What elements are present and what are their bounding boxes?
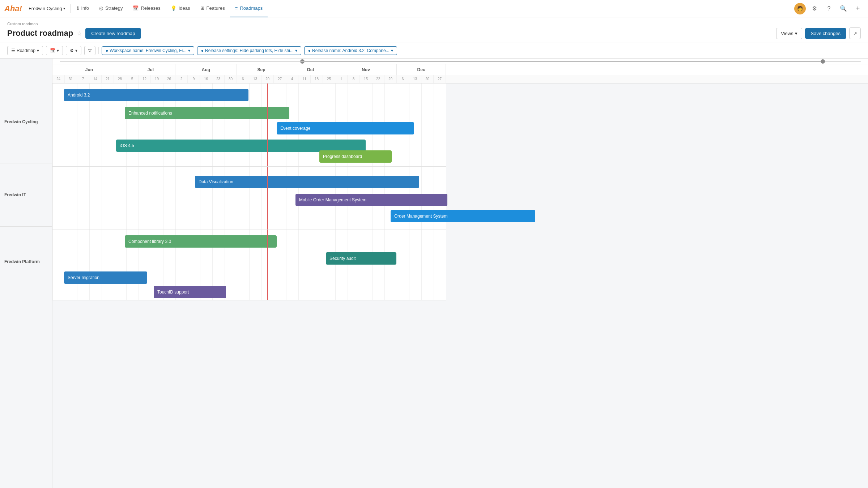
grid-line [421,84,422,166]
share-button[interactable]: ↗ [849,27,861,39]
nav-item-roadmaps[interactable]: ≡ Roadmaps [230,0,268,17]
timeline-row-fredwin-platform: Component library 3.0Security auditServe… [52,230,446,300]
roadmap-view-selector[interactable]: ☰ Roadmap ▾ [7,46,43,55]
grid-line [77,167,77,230]
ideas-icon: 💡 [171,5,176,11]
gantt-bar-comp-lib[interactable]: Component library 3.0 [125,235,277,248]
grid-line [102,230,102,300]
filter-btn[interactable]: ▽ [84,46,95,55]
gantt-bar-touchid[interactable]: TouchID support [154,286,226,298]
filter-release-name[interactable]: ● Release name: Android 3.2, Compone... … [304,46,397,55]
nav-item-roadmaps-label: Roadmaps [240,5,263,11]
week-cell: 11 [298,75,311,83]
grid-line [65,230,65,300]
gantt-bar-server-migration[interactable]: Server migration [64,271,147,284]
chevron-down-icon: ▾ [295,48,297,53]
timeline-slider [52,59,868,64]
releases-icon: 📅 [133,5,139,11]
breadcrumb: Custom roadmap [7,22,861,26]
nav-item-strategy-label: Strategy [105,5,123,11]
week-cell: 12 [139,75,151,83]
week-cell: 29 [384,75,397,83]
save-changes-button[interactable]: Save changes [805,28,846,39]
week-cell: 6 [397,75,409,83]
grid-line [89,230,90,300]
nav-item-strategy[interactable]: ◎ Strategy [94,0,128,17]
fredwin-it-label: Fredwin IT [4,192,26,197]
week-cell: 16 [200,75,212,83]
grid-line [77,230,77,300]
filter-release-name-label: Release name: Android 3.2, Compone... [312,48,389,53]
gantt-bar-order-mgmt[interactable]: Order Management System [391,210,535,222]
sub-header: Custom roadmap Product roadmap ☆ Create … [0,17,868,43]
chevron-down-icon: ▾ [63,7,65,10]
gantt-bar-ios45[interactable]: iOS 4.5 [116,140,366,152]
info-icon: ℹ [77,5,79,11]
views-button[interactable]: Views ▾ [776,28,802,39]
slider-right-thumb[interactable] [821,59,825,64]
chevron-down-icon: ▾ [75,48,77,53]
row-labels: Fredwin Cycling Fredwin IT Fredwin Platf… [0,59,52,488]
timeline-container[interactable]: JunJulAugSepOctNovDec 243171421285121926… [52,59,868,488]
week-cell: 20 [421,75,434,83]
gantt-bar-security-audit[interactable]: Security audit [326,252,396,265]
star-icon[interactable]: ☆ [77,30,82,37]
filter-release-settings[interactable]: ● Release settings: Hide parking lots, H… [197,46,301,55]
fredwin-cycling-label: Fredwin Cycling [4,119,38,124]
week-cell: 18 [311,75,323,83]
nav-item-info[interactable]: ℹ Info [72,0,94,17]
list-icon: ☰ [11,48,15,53]
create-roadmap-button[interactable]: Create new roadmap [85,28,141,39]
week-cell: 4 [286,75,298,83]
strategy-icon: ◎ [99,5,103,11]
week-cell: 28 [114,75,126,83]
week-cell: 21 [102,75,114,83]
gear-icon: ⚙ [70,48,74,53]
grid-line [52,230,53,300]
settings-btn[interactable]: ⚙ ▾ [66,46,81,55]
calendar-selector[interactable]: 📅 ▾ [46,46,63,55]
avatar[interactable]: 🧑 [794,3,806,14]
chevron-down-icon: ▾ [391,48,393,53]
filter-workspace[interactable]: ● Workspace name: Fredwin Cycling, Fr...… [102,46,194,55]
page-title-row: Product roadmap ☆ Create new roadmap Vie… [7,27,861,39]
workspace-selector[interactable]: Fredwin Cycling ▾ [25,4,69,13]
grid-line [384,230,385,300]
month-cell-oct: Oct [286,64,335,75]
label-fredwin-cycling: Fredwin Cycling [0,80,52,163]
nav-item-ideas[interactable]: 💡 Ideas [166,0,195,17]
plus-icon-btn[interactable]: + [852,3,864,14]
gantt-bar-data-viz[interactable]: Data Visualization [195,176,419,188]
week-cell: 8 [348,75,360,83]
gantt-bar-mobile-order[interactable]: Mobile Order Management System [295,194,447,206]
gantt-bar-event-coverage[interactable]: Event coverage [277,122,414,134]
grid-line [65,167,65,230]
weeks-row: 2431714212851219262916233061320274111825… [52,75,868,83]
nav-actions: 🧑 ⚙ ? 🔍 + [794,3,864,14]
help-icon-btn[interactable]: ? [823,3,835,14]
grid-line [311,230,311,300]
settings-icon-btn[interactable]: ⚙ [809,3,820,14]
nav-item-features[interactable]: ⊞ Features [195,0,230,17]
grid-line [102,167,102,230]
search-icon-btn[interactable]: 🔍 [838,3,849,14]
week-cell: 26 [163,75,175,83]
week-cell: 27 [434,75,446,83]
today-line [267,167,268,230]
nav-item-ideas-label: Ideas [179,5,190,11]
gantt-bar-enhanced-notif[interactable]: Enhanced notifications [125,107,289,119]
gantt-bar-progress-dash[interactable]: Progress dashboard [319,150,392,163]
calendar-icon: 📅 [50,48,55,53]
filter-release-settings-label: Release settings: Hide parking lots, Hid… [205,48,294,53]
grid-line [409,230,409,300]
gantt-bar-android32[interactable]: Android 3.2 [64,89,248,101]
roadmaps-icon: ≡ [235,5,238,11]
grid-line [323,230,323,300]
week-cell: 13 [249,75,261,83]
label-fredwin-platform: Fredwin Platform [0,227,52,297]
week-cell: 13 [409,75,421,83]
month-cell-nov: Nov [335,64,397,75]
nav-item-releases[interactable]: 📅 Releases [128,0,165,17]
timeline-row-fredwin-cycling: Android 3.2Enhanced notificationsEvent c… [52,84,446,167]
grid-line [249,84,250,166]
